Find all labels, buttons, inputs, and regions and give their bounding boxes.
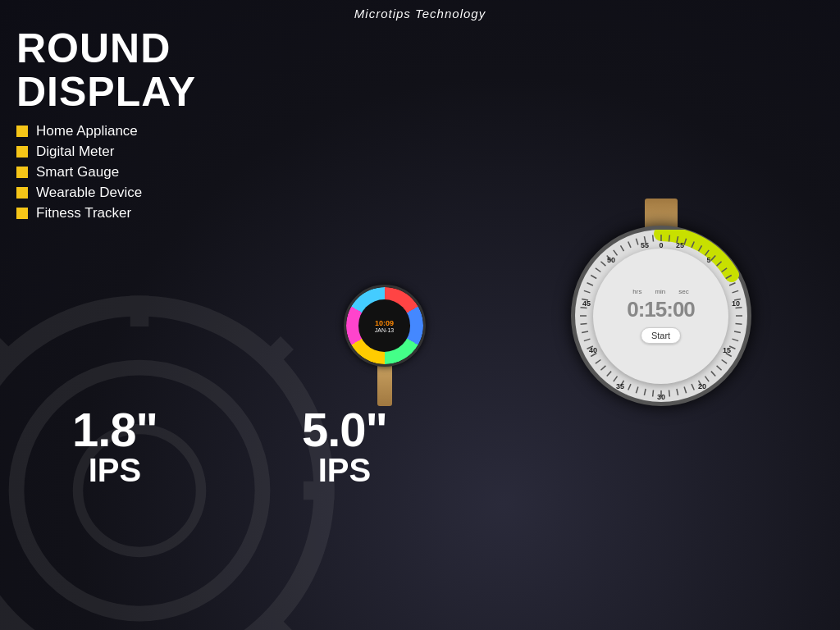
svg-line-66 (620, 245, 623, 251)
svg-line-44 (636, 387, 637, 394)
svg-line-63 (600, 262, 605, 266)
svg-line-27 (735, 324, 742, 325)
svg-text:45: 45 (582, 299, 590, 308)
svg-text:25: 25 (675, 241, 683, 249)
svg-line-29 (732, 339, 738, 340)
svg-line-37 (692, 384, 694, 390)
svg-line-16 (698, 245, 701, 251)
bullet-icon (16, 187, 28, 199)
timer-labels: hrs min sec (632, 288, 688, 295)
left-panel: ROUND DISPLAY Home Appliance Digital Met… (16, 21, 271, 406)
svg-line-64 (606, 255, 610, 260)
bullet-icon (16, 146, 28, 158)
svg-line-55 (580, 324, 587, 325)
svg-line-67 (628, 242, 630, 248)
svg-line-39 (676, 389, 678, 395)
bullet-icon (16, 167, 28, 178)
svg-line-70 (652, 235, 653, 242)
svg-line-54 (582, 331, 588, 333)
start-button[interactable]: Start (641, 327, 681, 344)
svg-line-22 (729, 283, 735, 285)
svg-line-36 (698, 381, 701, 386)
svg-line-24 (734, 299, 741, 300)
watch-face-small: 10:09 JAN-13 (344, 285, 426, 367)
displays-area: 10:09 JAN-13 (271, 21, 824, 406)
svg-text:10: 10 (731, 299, 739, 308)
svg-text:20: 20 (697, 382, 705, 390)
svg-line-30 (729, 346, 735, 349)
svg-line-58 (582, 299, 588, 300)
svg-line-62 (595, 268, 600, 272)
svg-text:35: 35 (615, 382, 623, 390)
svg-line-69 (644, 236, 646, 243)
display-50-mockup: 0 5 10 15 20 30 35 40 45 50 55 25 (571, 199, 751, 406)
size-18-label: 1.8" IPS (16, 406, 213, 486)
svg-line-49 (600, 366, 605, 370)
svg-line-13 (676, 236, 678, 243)
svg-line-51 (591, 354, 596, 357)
svg-text:50: 50 (606, 256, 614, 264)
bullet-icon (16, 126, 28, 137)
size-50-label: 5.0" IPS (213, 406, 459, 486)
brand-label: Microtips Technology (354, 7, 486, 21)
svg-line-40 (669, 390, 669, 397)
svg-line-19 (716, 262, 721, 266)
svg-line-59 (583, 290, 590, 292)
page-title: ROUND DISPLAY (16, 27, 271, 113)
dial-inner: hrs min sec 0:15:00 Start (593, 249, 728, 384)
svg-line-68 (636, 239, 637, 245)
list-item: Digital Meter (16, 144, 271, 160)
svg-line-32 (721, 359, 726, 363)
svg-text:55: 55 (640, 241, 648, 249)
svg-line-48 (606, 372, 610, 377)
svg-line-43 (644, 389, 646, 395)
svg-text:40: 40 (588, 346, 596, 354)
svg-line-65 (613, 250, 617, 255)
svg-line-15 (692, 242, 694, 248)
ffc-cable-small (377, 365, 392, 406)
svg-line-34 (710, 372, 714, 377)
list-item: Wearable Device (16, 185, 271, 201)
bullet-icon (16, 208, 28, 219)
svg-line-21 (725, 276, 731, 279)
svg-line-61 (591, 276, 596, 279)
ffc-cable-large-top (645, 199, 678, 227)
watch-rainbow-ring: 10:09 JAN-13 (346, 287, 423, 364)
svg-line-57 (580, 308, 587, 308)
list-item: Smart Gauge (16, 164, 271, 180)
svg-line-12 (669, 235, 669, 242)
dial-outer: 0 5 10 15 20 30 35 40 45 50 55 25 (575, 230, 747, 402)
svg-line-33 (716, 366, 721, 370)
svg-line-53 (583, 339, 590, 340)
list-item: Fitness Tracker (16, 205, 271, 221)
svg-line-31 (725, 354, 731, 357)
watch-face-center: 10:09 JAN-13 (358, 299, 411, 352)
svg-line-14 (684, 239, 686, 245)
use-cases-list: Home Appliance Digital Meter Smart Gauge… (16, 123, 271, 226)
timer-time: 0:15:00 (627, 297, 695, 322)
svg-line-50 (595, 359, 600, 363)
svg-line-52 (587, 346, 592, 349)
svg-line-60 (587, 283, 592, 285)
svg-line-47 (613, 377, 617, 381)
svg-line-45 (628, 384, 630, 390)
svg-line-18 (710, 255, 714, 260)
svg-line-23 (732, 290, 738, 292)
svg-line-20 (721, 268, 726, 272)
svg-line-10 (0, 617, 13, 630)
svg-text:5: 5 (706, 256, 710, 264)
svg-line-42 (652, 390, 653, 397)
svg-line-28 (734, 331, 741, 333)
display-18-mockup: 10:09 JAN-13 (344, 285, 426, 406)
svg-text:15: 15 (722, 346, 730, 354)
svg-text:30: 30 (656, 393, 664, 401)
watch-face-large: 0 5 10 15 20 30 35 40 45 50 55 25 (571, 226, 751, 406)
svg-line-46 (620, 381, 623, 386)
list-item: Home Appliance (16, 123, 271, 139)
svg-line-35 (705, 377, 709, 381)
svg-line-25 (735, 308, 742, 308)
svg-line-17 (705, 250, 709, 255)
svg-line-38 (684, 387, 686, 394)
